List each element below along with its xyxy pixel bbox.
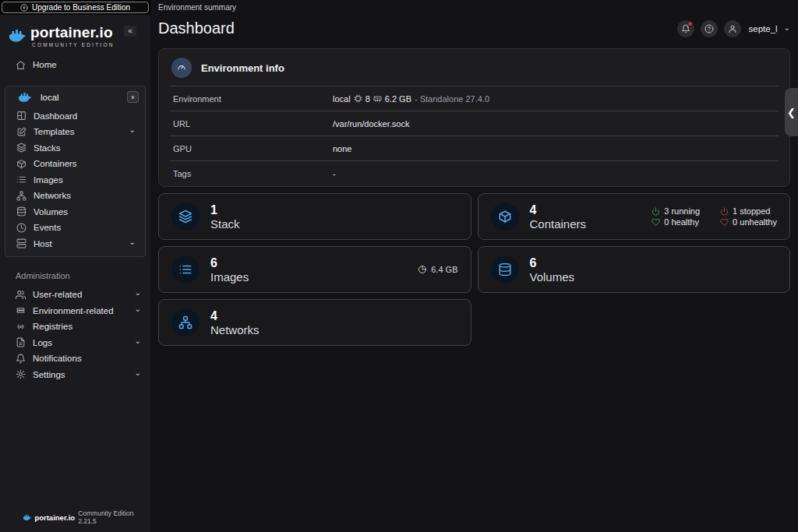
page-header: Dashboard septe_l ⌄ [158,19,790,37]
power-icon [720,207,729,216]
images-icon [171,255,200,284]
networks-count: 4 [210,308,260,323]
sidebar-footer: portainer.io Community Edition 2.21.5 [0,509,150,532]
notifications-button[interactable] [677,20,694,37]
chevron-down-icon: ⌄ [135,337,141,345]
info-value: - [333,169,336,178]
images-count: 6 [210,255,249,270]
sidebar-item-volumes[interactable]: Volumes [5,204,145,220]
sidebar-item-label: Dashboard [34,111,136,121]
info-value: none [333,144,351,153]
sidebar-item-containers[interactable]: Containers [5,156,145,172]
sidebar-item-notifications[interactable]: Notifications [0,351,150,367]
stacks-card[interactable]: 1 Stack [158,193,471,240]
containers-label: Containers [530,217,587,231]
avatar[interactable] [724,20,741,37]
upgrade-label: Upgrade to Business Edition [32,3,130,12]
sidebar-item-label: Volumes [34,207,136,217]
chevron-down-icon[interactable]: ⌄ [784,23,790,32]
environment-info-widget: Environment info Environment local 8 6.2… [158,48,790,187]
sidebar-item-label: Networks [34,191,136,200]
brand-name: portainer.io [30,24,115,41]
sidebar-item-stacks[interactable]: Stacks [5,140,145,157]
sidebar-item-label: Events [34,223,136,232]
memory-icon [373,94,382,103]
drawer-handle[interactable]: ❮ [785,88,798,136]
environment-name: local [41,93,127,102]
info-label: Tags [173,169,333,178]
containers-icon [16,159,26,169]
breadcrumb: Environment summary [158,3,790,12]
administration-label: Administration [16,271,150,280]
sidebar-item-label: Host [34,239,129,248]
sidebar-item-label: User-related [33,290,135,299]
sidebar-item-logs[interactable]: Logs ⌄ [0,335,150,351]
home-icon [16,60,26,70]
question-icon [704,24,714,33]
sidebar-item-networks[interactable]: Networks [5,188,145,204]
info-row-tags: Tags - [170,161,779,186]
sidebar-item-label: Logs [33,338,135,347]
containers-icon [491,203,519,231]
bell-icon [16,354,26,364]
sidebar-item-label: Registries [33,322,141,331]
volumes-card[interactable]: 6 Volumes [478,246,791,293]
username[interactable]: septe_l [749,24,778,33]
images-card[interactable]: 6 Images 6.4 GB [158,246,471,293]
chevron-down-icon: ⌄ [129,238,136,246]
volumes-count: 6 [530,255,575,270]
running-stat: 3 running [651,206,700,216]
upgrade-business-button[interactable]: Upgrade to Business Edition [2,2,149,13]
footer-edition: Community Edition 2.21.5 [78,509,150,525]
sidebar-item-user-related[interactable]: User-related ⌄ [0,287,150,303]
page-title: Dashboard [158,19,235,37]
stack-count: 1 [210,203,240,217]
host-icon [16,238,26,248]
containers-count: 4 [530,203,587,217]
events-icon [16,223,26,233]
heart-icon [720,218,729,227]
main-content: Environment summary Dashboard septe_l ⌄ … [150,0,798,532]
images-icon [16,174,26,185]
sidebar-item-home[interactable]: Home [0,57,150,73]
sidebar: Upgrade to Business Edition portainer.io… [0,0,150,532]
heart-icon [651,218,660,227]
portainer-logo-icon [22,513,31,523]
sidebar-item-images[interactable]: Images [5,172,145,188]
info-label: GPU [173,144,333,153]
sidebar-item-label: Stacks [34,143,136,153]
dashboard-cards: 1 Stack 4 Containers 3 running 1 stopp [158,193,790,346]
sidebar-item-environment-related[interactable]: Environment-related ⌄ [0,303,150,319]
sidebar-item-label: Environment-related [33,306,135,315]
power-icon [651,207,660,216]
stack-label: Stack [210,217,240,231]
sidebar-item-templates[interactable]: Templates ⌄ [5,124,145,140]
environment-info-header: Environment info [170,49,779,86]
sidebar-item-label: Images [34,175,136,185]
stacks-icon [171,203,200,231]
sidebar-item-label: Home [33,60,141,69]
chevron-down-icon: ⌄ [129,126,136,134]
help-button[interactable] [701,20,718,37]
gauge-icon [171,58,192,78]
registries-icon [16,322,26,332]
sidebar-item-dashboard[interactable]: Dashboard [5,108,145,125]
sidebar-collapse-button[interactable]: « [124,26,136,37]
info-label: Environment [173,94,333,104]
pie-chart-icon [418,265,427,274]
sidebar-item-registries[interactable]: Registries [0,319,150,335]
info-label: URL [173,119,333,129]
sidebar-item-settings[interactable]: Settings ⌄ [0,367,150,383]
containers-card[interactable]: 4 Containers 3 running 1 stopped 0 heal [478,193,791,240]
info-row-gpu: GPU none [170,136,779,161]
notification-badge [687,21,693,26]
brand-edition: COMMUNITY EDITION [32,42,115,48]
gear-icon [16,369,26,379]
networks-card[interactable]: 4 Networks [158,299,471,346]
environment-header[interactable]: local × [5,86,145,108]
environment-section: local × Dashboard Templates ⌄ Stacks Con… [5,86,146,258]
close-environment-button[interactable]: × [127,91,139,103]
sidebar-item-host[interactable]: Host ⌄ [5,236,145,252]
sidebar-item-events[interactable]: Events [5,220,145,236]
user-icon [728,24,737,33]
